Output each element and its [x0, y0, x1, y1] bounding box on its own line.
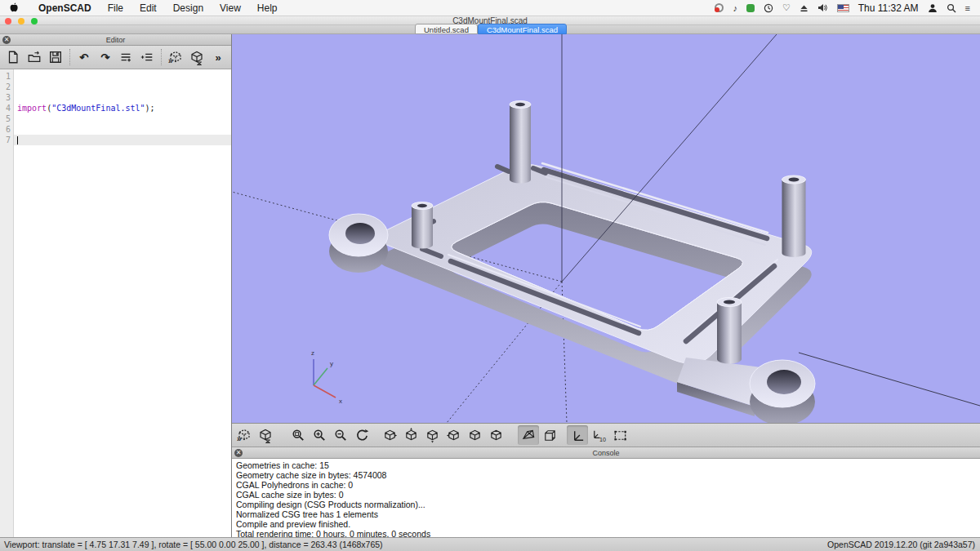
reset-view-button[interactable] — [351, 425, 372, 445]
document-tabstrip: Untitled.scad C3dMountFinal.scad — [0, 25, 980, 34]
view-perspective-button[interactable] — [518, 425, 539, 445]
preview-button[interactable]: » — [166, 47, 185, 67]
save-button[interactable] — [46, 47, 65, 67]
menu-view[interactable]: View — [212, 2, 249, 14]
console-line: CGAL cache size in bytes: 0 — [236, 490, 980, 500]
code-editor[interactable]: 1 2 3 4 5 6 7 import("C3dMountFinal.stl"… — [0, 69, 231, 537]
zoom-in-button[interactable] — [309, 425, 330, 445]
console-line: Normalized CSG tree has 1 elements — [236, 509, 980, 519]
user-icon[interactable] — [928, 2, 938, 14]
3d-viewport[interactable]: z y x — [232, 34, 980, 423]
view-back-icon[interactable] — [485, 425, 506, 445]
axis-label-x: x — [339, 398, 342, 405]
3d-render-canvas: z y x — [232, 34, 980, 423]
mount-frame-model — [329, 101, 815, 424]
indent-button[interactable] — [137, 47, 157, 67]
show-scale-markers-button[interactable]: 10 — [588, 425, 609, 445]
open-file-button[interactable] — [24, 47, 44, 67]
text-cursor — [17, 136, 18, 144]
spotlight-search-icon[interactable] — [947, 2, 956, 14]
apple-menu[interactable] — [10, 2, 19, 13]
view-left-icon[interactable] — [443, 425, 464, 445]
current-line — [14, 135, 231, 145]
menu-openscad[interactable]: OpenSCAD — [30, 2, 100, 14]
view-top-icon[interactable] — [400, 425, 421, 445]
console-line: CGAL Polyhedrons in cache: 0 — [236, 480, 980, 490]
code-text-area[interactable]: import("C3dMountFinal.stl"); — [14, 69, 231, 537]
undo-button[interactable]: ↶ — [74, 47, 94, 67]
console-header: ✕ Console — [232, 447, 980, 459]
console-line: Geometry cache size in bytes: 4574008 — [236, 470, 980, 480]
time-machine-icon[interactable] — [764, 2, 773, 14]
console-title: Console — [592, 449, 619, 457]
corner-lug-left — [329, 214, 388, 273]
tab-untitled[interactable]: Untitled.scad — [415, 24, 478, 34]
view-front-icon[interactable] — [464, 425, 485, 445]
console-panel: ✕ Console Geometries in cache: 15 Geomet… — [232, 447, 980, 537]
svg-text:»: » — [237, 434, 242, 443]
music-note-icon[interactable]: ♪ — [733, 2, 737, 14]
new-file-button[interactable] — [3, 47, 23, 67]
line-number-gutter: 1 2 3 4 5 6 7 — [0, 69, 14, 537]
toolbar-overflow-button[interactable]: » — [208, 47, 228, 67]
version-status-text: OpenSCAD 2019.12.20 (git 2a943a57) — [827, 540, 975, 549]
openscad-screen: OpenSCAD File Edit Design View Help ♪ ♡ … — [0, 0, 980, 551]
menu-design[interactable]: Design — [165, 2, 212, 14]
view-bottom-icon[interactable] — [421, 425, 443, 445]
console-close-icon[interactable]: ✕ — [234, 449, 243, 457]
tab-c3dmountfinal[interactable]: C3dMountFinal.scad — [478, 24, 567, 34]
svg-text:10: 10 — [599, 437, 605, 443]
status-bar: Viewport: translate = [ 4.75 17.31 7.49 … — [0, 537, 980, 551]
menu-help[interactable]: Help — [249, 2, 286, 14]
viewport-status-text: Viewport: translate = [ 4.75 17.31 7.49 … — [4, 540, 383, 549]
zoom-out-button[interactable] — [330, 425, 351, 445]
view-orthogonal-button[interactable] — [539, 425, 560, 445]
eject-icon[interactable] — [800, 2, 808, 14]
heart-icon[interactable]: ♡ — [782, 2, 791, 14]
menu-edit[interactable]: Edit — [131, 2, 165, 14]
render-button-2[interactable] — [255, 425, 276, 445]
post-right — [782, 176, 806, 257]
post-left — [412, 202, 433, 249]
view-right-icon[interactable] — [379, 425, 400, 445]
view-all-button[interactable] — [609, 425, 630, 445]
editor-toolbar: ↶ ↷ » » — [0, 46, 231, 69]
menu-file[interactable]: File — [100, 2, 131, 14]
corner-lug-right — [677, 358, 815, 423]
show-axes-button[interactable] — [567, 425, 588, 445]
axis-indicator: z y x — [311, 349, 342, 405]
post-back-left — [510, 101, 531, 184]
notification-center-icon[interactable]: ≡ — [965, 2, 970, 14]
console-line: Compile and preview finished. — [236, 519, 980, 529]
svg-text:»: » — [168, 56, 173, 65]
unindent-button[interactable] — [117, 47, 136, 67]
input-language-flag-icon[interactable] — [837, 2, 849, 14]
editor-close-icon[interactable]: ✕ — [2, 36, 11, 44]
render-button[interactable] — [187, 47, 207, 67]
axis-label-z: z — [311, 349, 314, 357]
green-app-icon[interactable] — [746, 2, 755, 14]
pinwheel-red-dot-icon[interactable] — [715, 2, 724, 14]
menubar-clock[interactable]: Thu 11:32 AM — [858, 2, 919, 14]
post-front — [717, 298, 742, 364]
editor-title: Editor — [106, 36, 126, 44]
preview-button-2[interactable]: » — [234, 425, 255, 445]
viewport-toolbar: » — [232, 423, 980, 447]
editor-header: ✕ Editor — [0, 34, 231, 46]
redo-button[interactable]: ↷ — [96, 47, 115, 67]
axis-label-y: y — [330, 360, 333, 367]
volume-icon[interactable] — [817, 2, 828, 14]
console-log[interactable]: Geometries in cache: 15 Geometry cache s… — [232, 459, 980, 539]
macos-menubar: OpenSCAD File Edit Design View Help ♪ ♡ … — [0, 0, 980, 16]
console-line: Geometries in cache: 15 — [236, 460, 980, 470]
apple-icon — [10, 2, 19, 13]
editor-panel: ✕ Editor ↶ ↷ » — [0, 34, 232, 537]
console-line: Compiling design (CSG Products normaliza… — [236, 500, 980, 509]
code-line-import: import("C3dMountFinal.stl"); — [14, 103, 231, 113]
zoom-all-button[interactable] — [287, 425, 309, 445]
